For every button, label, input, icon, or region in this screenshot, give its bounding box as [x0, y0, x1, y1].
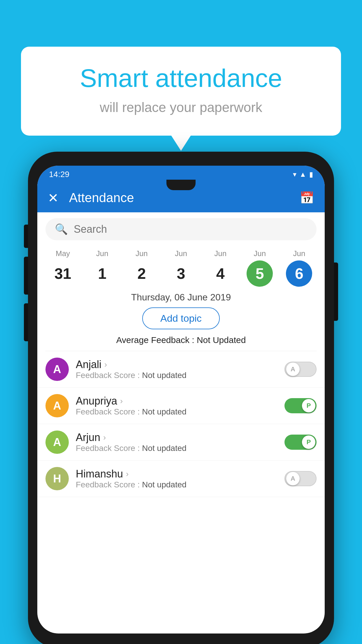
- selected-date-display: Thursday, 06 June 2019: [37, 292, 325, 303]
- date-scroller: May31Jun1Jun2Jun3Jun4Jun5Jun6: [37, 246, 325, 287]
- student-row[interactable]: AArjun ›Feedback Score : Not updatedP: [37, 424, 325, 461]
- notch: [166, 180, 196, 190]
- feedback-value: Not updated: [142, 444, 187, 453]
- toggle-knob: P: [302, 435, 315, 449]
- date-item[interactable]: Jun2: [122, 249, 161, 287]
- app-bar-title: Attendance: [69, 190, 289, 205]
- day-number[interactable]: 2: [129, 260, 155, 287]
- avg-feedback-label: Average Feedback :: [116, 335, 197, 345]
- student-list: AAnjali ›Feedback Score : Not updatedAAA…: [37, 351, 325, 497]
- chevron-icon: ›: [120, 396, 123, 406]
- month-label: Jun: [254, 249, 266, 258]
- feedback-value: Not updated: [142, 480, 187, 489]
- feedback-value: Not updated: [142, 371, 187, 380]
- feedback-score: Feedback Score : Not updated: [76, 480, 277, 489]
- headline: Smart attendance: [44, 64, 318, 92]
- month-label: Jun: [175, 249, 187, 258]
- search-icon: 🔍: [55, 223, 68, 235]
- status-icons: ▾ ▲ ▮: [293, 170, 313, 178]
- date-item[interactable]: Jun5: [240, 249, 280, 287]
- feedback-score: Feedback Score : Not updated: [76, 444, 277, 453]
- wifi-icon: ▾: [293, 170, 296, 178]
- date-item[interactable]: Jun3: [161, 249, 201, 287]
- student-row[interactable]: AAnjali ›Feedback Score : Not updatedA: [37, 351, 325, 388]
- calendar-icon[interactable]: 📅: [300, 191, 314, 205]
- day-number[interactable]: 31: [50, 260, 76, 287]
- chevron-icon: ›: [104, 360, 107, 369]
- avatar: A: [45, 394, 69, 417]
- add-topic-button[interactable]: Add topic: [142, 307, 220, 329]
- feedback-score: Feedback Score : Not updated: [76, 407, 277, 416]
- student-info: Anupriya ›Feedback Score : Not updated: [76, 395, 277, 416]
- feedback-value: Not updated: [142, 407, 187, 416]
- student-row[interactable]: AAnupriya ›Feedback Score : Not updatedP: [37, 388, 325, 424]
- avg-feedback-value: Not Updated: [197, 335, 246, 345]
- avatar: H: [45, 467, 69, 490]
- month-label: Jun: [214, 249, 226, 258]
- date-item[interactable]: Jun4: [201, 249, 240, 287]
- student-info: Arjun ›Feedback Score : Not updated: [76, 431, 277, 453]
- subtext: will replace your paperwork: [44, 99, 318, 115]
- month-label: Jun: [96, 249, 108, 258]
- avatar: A: [45, 430, 69, 454]
- search-bar[interactable]: 🔍: [45, 218, 317, 240]
- month-label: May: [56, 249, 70, 258]
- day-number[interactable]: 1: [89, 260, 115, 287]
- avatar: A: [45, 358, 69, 381]
- student-name: Anjali ›: [76, 358, 277, 371]
- volume-up-button: [24, 257, 28, 295]
- phone-screen: 14:29 ▾ ▲ ▮ ✕ Attendance 📅 🔍 May31Jun: [37, 166, 325, 634]
- day-number[interactable]: 3: [168, 260, 194, 287]
- student-name: Anupriya ›: [76, 395, 277, 407]
- status-time: 14:29: [49, 170, 69, 179]
- day-number[interactable]: 4: [207, 260, 233, 287]
- search-input[interactable]: [74, 223, 307, 235]
- attendance-toggle[interactable]: A: [284, 471, 317, 486]
- toggle-knob: P: [302, 399, 315, 412]
- phone-mockup: 14:29 ▾ ▲ ▮ ✕ Attendance 📅 🔍 May31Jun: [28, 152, 334, 644]
- volume-mute-button: [24, 225, 28, 248]
- date-item[interactable]: Jun1: [82, 249, 122, 287]
- student-info: Himanshu ›Feedback Score : Not updated: [76, 468, 277, 489]
- chevron-icon: ›: [103, 433, 106, 442]
- avg-feedback: Average Feedback : Not Updated: [37, 335, 325, 345]
- date-item[interactable]: May31: [43, 249, 82, 287]
- phone-frame: 14:29 ▾ ▲ ▮ ✕ Attendance 📅 🔍 May31Jun: [28, 152, 334, 644]
- month-label: Jun: [293, 249, 305, 258]
- chevron-icon: ›: [126, 469, 129, 479]
- speech-bubble: Smart attendance will replace your paper…: [21, 47, 341, 136]
- signal-icon: ▲: [299, 170, 306, 178]
- student-row[interactable]: HHimanshu ›Feedback Score : Not updatedA: [37, 461, 325, 497]
- day-number[interactable]: 6: [286, 260, 312, 287]
- month-label: Jun: [136, 249, 148, 258]
- toggle-knob: A: [286, 472, 300, 485]
- close-button[interactable]: ✕: [48, 190, 59, 205]
- power-button: [334, 262, 338, 321]
- student-name: Arjun ›: [76, 431, 277, 444]
- feedback-score: Feedback Score : Not updated: [76, 371, 277, 380]
- day-number[interactable]: 5: [247, 260, 273, 287]
- battery-icon: ▮: [309, 170, 313, 178]
- attendance-toggle[interactable]: P: [284, 398, 317, 413]
- attendance-toggle[interactable]: P: [284, 435, 317, 450]
- attendance-toggle[interactable]: A: [284, 362, 317, 377]
- volume-down-button: [24, 303, 28, 341]
- student-name: Himanshu ›: [76, 468, 277, 480]
- toggle-knob: A: [286, 363, 300, 376]
- student-info: Anjali ›Feedback Score : Not updated: [76, 358, 277, 380]
- date-item[interactable]: Jun6: [280, 249, 319, 287]
